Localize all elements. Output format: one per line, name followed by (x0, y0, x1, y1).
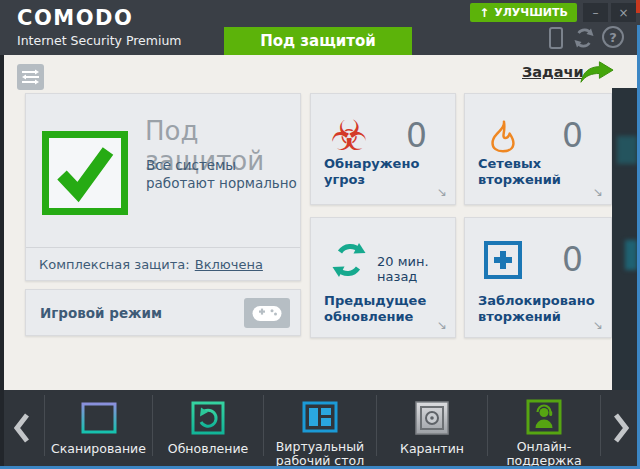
tile-threats-detected[interactable]: ☣ 0 Обнаружено угроз ↘ (310, 93, 456, 205)
screen-edge-artifact (636, 0, 640, 13)
protection-status-card[interactable]: Под защитой Все системы работают нормаль… (25, 93, 301, 281)
dock-item-scan[interactable]: Сканирование (45, 390, 152, 466)
gamepad-icon (252, 305, 282, 322)
game-mode-card: Игровой режим (25, 289, 301, 336)
expand-icon[interactable]: ↘ (437, 318, 447, 332)
threats-label: Обнаружено угроз (324, 156, 442, 189)
sync-icon[interactable] (572, 26, 596, 54)
expand-icon[interactable]: ↘ (437, 185, 447, 199)
network-intrusions-count: 0 (562, 116, 583, 155)
app-window: COMODO Internet Security Premium Под защ… (0, 0, 640, 469)
update-icon (188, 397, 228, 439)
comodo-logo: COMODO (17, 6, 133, 30)
dock-item-update[interactable]: Обновление (153, 390, 263, 466)
dock-label: Онлайн-поддержка (491, 440, 597, 469)
title-bar: COMODO Internet Security Premium Под защ… (0, 0, 640, 55)
game-mode-toggle-button[interactable] (244, 298, 290, 328)
dock-scroll-right-button[interactable] (601, 390, 640, 466)
chevron-left-icon (14, 413, 30, 443)
close-button[interactable]: × (611, 3, 636, 22)
threats-count: 0 (406, 116, 427, 155)
dock-label: Виртуальный рабочий стол (267, 440, 373, 469)
quarantine-vault-icon (412, 397, 452, 439)
expand-icon[interactable]: ↘ (593, 185, 603, 199)
last-update-label: Предыдущее обновление (324, 293, 442, 326)
mobile-device-icon[interactable] (549, 27, 563, 49)
tab-protected-status[interactable]: Под защитой (224, 27, 412, 55)
flame-icon (481, 114, 525, 158)
task-dock: Сканирование Обновление (0, 390, 640, 466)
blocked-intrusions-count: 0 (562, 240, 583, 279)
help-icon[interactable]: ? (602, 26, 624, 48)
dock-scroll-left-button[interactable] (0, 390, 44, 466)
check-square-icon (42, 131, 128, 215)
carousel-peek-strip (612, 88, 637, 390)
status-message: Все системы работают нормально (146, 156, 298, 192)
dock-label: Обновление (155, 442, 261, 456)
window-left-border (0, 55, 4, 466)
upgrade-label: УЛУЧШИТЬ (494, 6, 568, 19)
dock-label: Сканирование (46, 442, 152, 456)
minimize-button[interactable]: – (583, 3, 608, 22)
biohazard-icon: ☣ (330, 115, 368, 157)
protection-value-link[interactable]: Включена (195, 257, 263, 272)
refresh-icon (327, 238, 371, 282)
peek-fragment (617, 136, 637, 164)
protection-label: Комплексная защита: (39, 257, 190, 272)
settings-sliders-button[interactable] (17, 64, 44, 90)
plus-square-icon (481, 238, 525, 282)
tile-network-intrusions[interactable]: 0 Сетевых вторжений ↘ (464, 93, 612, 205)
sliders-icon (21, 68, 40, 86)
up-arrow-icon: ↑ (479, 6, 489, 20)
dock-label: Карантин (379, 442, 485, 456)
blocked-intrusions-label: Заблокировано вторжений (478, 293, 596, 326)
virtual-desktop-icon (300, 397, 340, 437)
tasks-link[interactable]: Задачи (522, 64, 584, 80)
last-update-time: 20 мин. назад (377, 254, 455, 284)
dock-item-virtual-desktop[interactable]: Виртуальный рабочий стол (264, 390, 376, 466)
scan-icon (79, 397, 119, 439)
game-mode-label: Игровой режим (40, 305, 162, 321)
protection-summary-row: Комплексная защита: Включена (26, 247, 300, 280)
tile-blocked-intrusions[interactable]: 0 Заблокировано вторжений ↘ (464, 217, 612, 338)
tile-last-update[interactable]: 20 мин. назад Предыдущее обновление ↘ (310, 217, 456, 338)
product-name: Internet Security Premium (17, 33, 182, 48)
online-support-icon (524, 397, 564, 437)
upgrade-button[interactable]: ↑ УЛУЧШИТЬ (470, 3, 577, 22)
dock-item-online-support[interactable]: Онлайн-поддержка (488, 390, 600, 466)
dock-item-quarantine[interactable]: Карантин (377, 390, 487, 466)
tasks-arrow-icon[interactable] (578, 59, 615, 91)
expand-icon[interactable]: ↘ (593, 318, 603, 332)
network-intrusions-label: Сетевых вторжений (478, 156, 596, 189)
chevron-right-icon (613, 413, 629, 443)
peek-fragment (625, 240, 637, 270)
